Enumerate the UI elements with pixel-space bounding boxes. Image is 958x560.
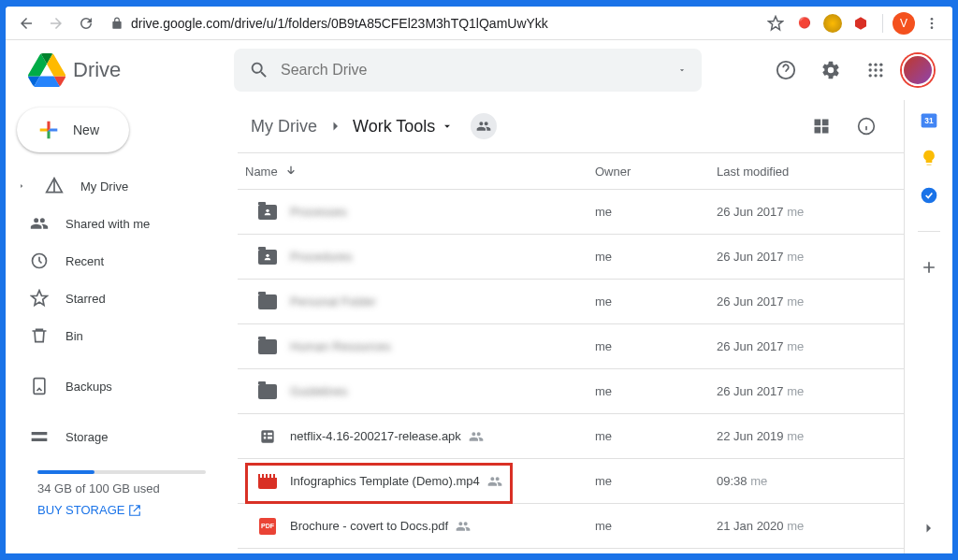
search-dropdown-button[interactable]: [677, 65, 687, 75]
apps-button[interactable]: [857, 51, 894, 89]
file-list[interactable]: Processes me 26 Jun 2017 me Procedures m…: [238, 190, 904, 553]
search-bar[interactable]: [234, 49, 702, 92]
file-owner: me: [595, 205, 717, 219]
file-row[interactable]: Processes me 26 Jun 2017 me: [238, 190, 904, 235]
file-row[interactable]: Infographics Template (Demo).mp4 me 09:3…: [238, 459, 904, 504]
sidebar-item-starred[interactable]: Starred: [13, 280, 238, 317]
extension-icon-1[interactable]: 🔴: [795, 14, 814, 33]
extension-icon-3[interactable]: [851, 14, 870, 33]
caret-right-icon: [17, 181, 26, 191]
browser-profile-avatar[interactable]: V: [893, 12, 915, 35]
sidebar-item-recent[interactable]: Recent: [13, 242, 238, 280]
column-name[interactable]: Name: [245, 164, 595, 179]
caret-down-icon: [441, 120, 454, 133]
folder-shared-icon: [258, 248, 277, 266]
file-row[interactable]: netflix-4.16-200217-release.apk me 22 Ju…: [238, 414, 904, 459]
sidebar-item-backups[interactable]: Backups: [13, 367, 238, 405]
svg-rect-14: [34, 379, 45, 395]
back-button[interactable]: [13, 10, 39, 36]
gear-icon: [820, 60, 841, 80]
star-button[interactable]: [762, 10, 789, 36]
url-text[interactable]: drive.google.com/drive/u/1/folders/0B9tA…: [131, 16, 759, 31]
app-name: Drive: [73, 58, 121, 82]
file-row[interactable]: Human Resources me 26 Jun 2017 me: [238, 324, 904, 369]
svg-point-1: [931, 22, 934, 24]
file-row[interactable]: Brochure - covert to Docs me 21 Jan 2020…: [238, 549, 904, 553]
sidebar-item-my-drive[interactable]: My Drive: [13, 167, 238, 205]
file-row[interactable]: Personal Folder me 26 Jun 2017 me: [238, 280, 904, 324]
drive-logo-icon: [28, 51, 65, 89]
browser-address-bar: drive.google.com/drive/u/1/folders/0B9tA…: [6, 7, 952, 40]
forward-button[interactable]: [43, 10, 69, 36]
calendar-addon[interactable]: 31: [920, 111, 938, 130]
storage-bar: [37, 470, 206, 474]
file-name: Infographics Template (Demo).mp4: [290, 474, 595, 489]
sidebar-item-bin[interactable]: Bin: [13, 317, 238, 354]
tasks-addon[interactable]: [920, 186, 938, 205]
reload-icon: [78, 15, 94, 32]
file-modified: 26 Jun 2017 me: [717, 384, 885, 398]
keep-addon[interactable]: [920, 149, 938, 167]
hide-rail-button[interactable]: [920, 520, 938, 538]
new-button[interactable]: New: [17, 108, 129, 152]
svg-point-7: [869, 68, 872, 71]
apk-icon: [258, 427, 277, 446]
folder-shared-badge[interactable]: [471, 113, 497, 139]
breadcrumb-separator: [327, 118, 343, 135]
file-owner: me: [595, 384, 717, 398]
file-owner: me: [595, 519, 717, 533]
sidebar-item-storage[interactable]: Storage: [13, 418, 238, 455]
storage-icon: [30, 427, 49, 446]
file-modified: 26 Jun 2017 me: [717, 205, 885, 219]
shared-icon: [487, 474, 502, 489]
backups-icon: [30, 377, 49, 395]
svg-point-0: [931, 18, 934, 21]
account-avatar[interactable]: [902, 54, 934, 86]
file-name: Brochure - covert to Docs.pdf: [290, 519, 595, 534]
reload-button[interactable]: [73, 10, 99, 36]
vertical-dots-icon: [924, 16, 939, 31]
sidebar: New My DriveShared with meRecentStarredB…: [6, 100, 238, 553]
drive-logo[interactable]: Drive: [17, 51, 234, 89]
breadcrumb-current[interactable]: Work Tools: [347, 113, 459, 140]
breadcrumb-root[interactable]: My Drive: [245, 113, 323, 140]
file-owner: me: [595, 339, 717, 353]
browser-menu-button[interactable]: [919, 10, 945, 36]
file-name: Procedures: [290, 250, 595, 264]
search-input[interactable]: [281, 62, 666, 79]
file-owner: me: [595, 294, 717, 309]
file-modified: 26 Jun 2017 me: [717, 339, 885, 353]
file-modified: 21 Jan 2020 me: [717, 519, 885, 533]
arrow-left-icon: [18, 15, 35, 32]
side-rail: 31: [904, 100, 952, 553]
svg-rect-21: [268, 432, 272, 435]
file-row[interactable]: PDF Brochure - covert to Docs.pdf me 21 …: [238, 504, 904, 549]
file-name: netflix-4.16-200217-release.apk: [290, 429, 595, 444]
extension-separator: [882, 14, 883, 33]
settings-button[interactable]: [812, 51, 849, 89]
chevron-right-icon: [327, 118, 343, 135]
help-button[interactable]: [767, 51, 805, 89]
sidebar-item-shared-with-me[interactable]: Shared with me: [13, 205, 238, 242]
view-grid-button[interactable]: [803, 108, 840, 145]
file-row[interactable]: Procedures me 26 Jun 2017 me: [238, 235, 904, 280]
file-owner: me: [595, 429, 717, 443]
column-owner[interactable]: Owner: [595, 165, 717, 179]
svg-point-10: [869, 74, 872, 77]
file-modified: 26 Jun 2017 me: [717, 294, 885, 309]
extension-icon-2[interactable]: [823, 14, 842, 33]
column-modified[interactable]: Last modified: [717, 165, 885, 179]
file-row[interactable]: Guidelines me 26 Jun 2017 me: [238, 369, 904, 414]
video-icon: [258, 472, 277, 491]
file-name: Guidelines: [290, 384, 595, 398]
grid-view-icon: [812, 117, 831, 136]
add-addon-button[interactable]: [920, 258, 938, 277]
file-name: Human Resources: [290, 339, 595, 353]
external-link-icon: [128, 504, 141, 517]
breadcrumb: My Drive Work Tools: [238, 100, 904, 152]
file-modified: 22 Jun 2019 me: [717, 429, 885, 443]
buy-storage-link[interactable]: BUY STORAGE: [37, 503, 141, 517]
details-button[interactable]: [848, 108, 885, 145]
file-owner: me: [595, 250, 717, 264]
star-outline-icon: [767, 15, 784, 32]
